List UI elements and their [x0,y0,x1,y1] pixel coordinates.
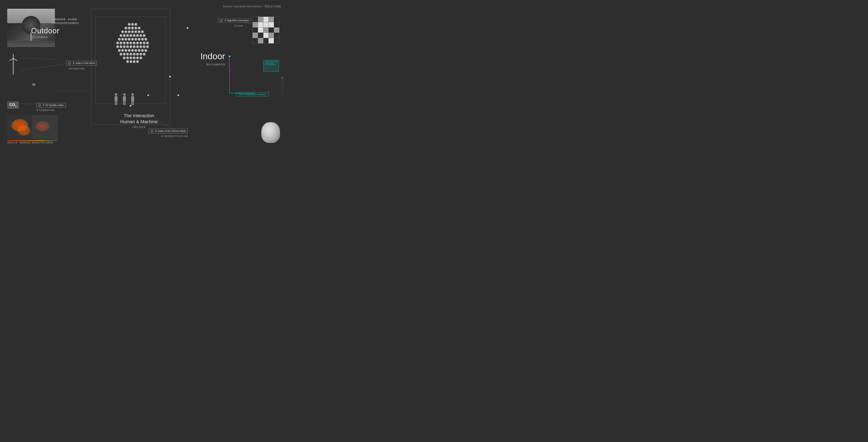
heatmap [7,115,58,140]
algo-subtext: 算法动画 [235,25,243,27]
data-viz-box: Data Visualization Interface [236,92,269,96]
person-2 [122,93,126,105]
indoor-sublabel: 室内·互动媒体空间 [206,63,225,66]
air-quality-circle: ② [38,104,41,107]
data-viz-screen [264,60,279,71]
head-shape [261,122,280,143]
outdoor-sublabel: 室外·自然数据场 [31,36,48,39]
algo-cell [258,22,263,27]
co2-subscript: 2 [16,105,17,107]
human-body-sub: 参与者呼吸时的气流交互动画 [161,135,188,138]
wifi-icon [31,82,37,88]
algo-cell [269,22,274,27]
wind-turbine [13,58,14,74]
algo-cell [274,33,279,38]
heatmap-right [32,115,58,140]
algo-cell [264,38,269,43]
screen-line-2 [265,63,274,64]
algo-cell [253,33,258,38]
header-title: System Operation Mechanism / 系统运行机制 [223,5,281,8]
algo-cell [269,17,274,22]
co2-box: CO2 [7,101,19,109]
algo-cell [264,22,269,27]
algo-circle: ③ [220,19,223,22]
screen-content [264,60,279,67]
human-body-box: ④ ④ Index of the Human Body [149,129,188,133]
algo-cell [253,38,258,43]
algo-cell [274,38,279,43]
algo-cell [258,33,263,38]
sp-head [281,76,284,79]
heatmap-left [7,115,32,140]
air-quality-subtext: 空气质量数据可视化 [36,109,55,112]
wind-sub-text: 自然风数据可视化 [68,67,85,70]
air-quality-box: ② ② Air Quality Index [36,103,65,107]
svg-line-1 [21,58,54,59]
person-3 [131,93,135,105]
standing-person [280,76,284,95]
head-model [261,122,280,143]
algo-cell [269,28,274,33]
algo-grid [252,16,279,43]
algo-cell [274,28,279,33]
sphere-array [101,23,164,85]
algo-cell [258,17,263,22]
wind-desc-1: 自然风的风速、风向数据 [52,18,79,21]
air-quality-label: ② Air Quality Index [42,104,64,107]
interaction-sub: 人机行为交互 [120,126,158,129]
page-container: System Operation Mechanism / 系统运行机制 自然风的… [0,0,289,147]
human-body-label: ④ Index of the Human Body [155,130,186,133]
algo-cell [264,28,269,33]
indoor-dot [229,56,230,57]
algo-cell [274,22,279,27]
screen-line-1 [265,62,278,62]
algo-cell [269,33,274,38]
algo-cell [253,22,258,27]
index-wind-circle-num: ① [68,62,71,65]
algo-animation-box: ③ ③ Algorithm Animation [218,18,251,23]
sp-body [280,80,284,88]
algo-cell [253,17,258,22]
algo-cell [264,33,269,38]
indoor-label: Indoor [200,52,225,61]
people-container [114,93,135,105]
algo-cell [253,28,258,33]
heatmap-caption: 武汉市上空，疫情前后的二氧化碳 (CO2) 浓度变化 [7,141,54,144]
algo-cell [258,38,263,43]
algo-grid-inner [252,16,279,43]
algo-cell [258,28,263,33]
algo-cell [274,17,279,22]
algo-cell [269,38,274,43]
wind-text-block: 自然风的风速、风向数据 作为作品动态变化的驱动力 [52,18,79,25]
interaction-text: The Interaction Human & Machine 人机行为交互 [120,113,158,129]
svg-point-15 [178,95,179,96]
interaction-title-1: The Interaction [120,113,158,119]
turbine-tower [13,58,14,74]
person-screen-container [264,58,284,95]
interaction-title-2: Human & Machine [120,119,158,125]
human-body-circle: ④ [151,130,153,133]
person-1 [114,93,118,105]
wind-desc-2: 作为作品动态变化的驱动力 [52,21,79,25]
outdoor-label: Outdoor [31,27,60,35]
screen-line-3 [265,64,276,65]
sp-legs [280,88,284,95]
svg-line-0 [21,64,66,70]
algo-label: ③ Algorithm Animation [224,19,249,22]
svg-point-12 [187,27,188,29]
heatmap-gradient-bar [7,140,58,141]
algo-cell [264,17,269,22]
